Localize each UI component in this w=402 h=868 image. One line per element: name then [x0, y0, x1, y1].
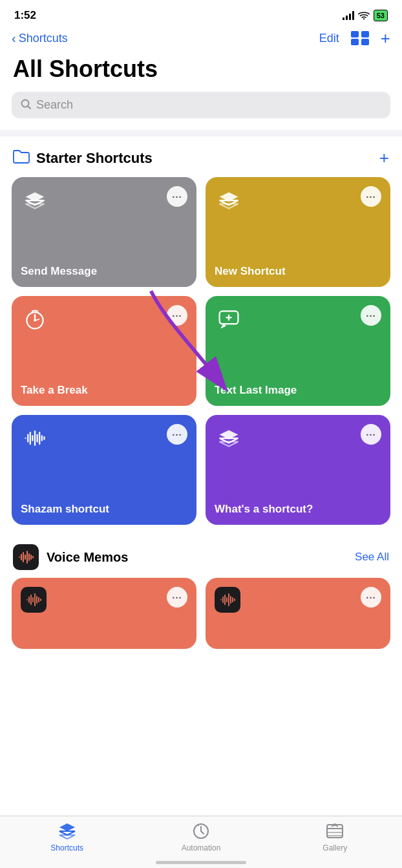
card-top: ···: [215, 186, 381, 215]
voice-memos-app-icon: [13, 544, 39, 570]
card-more-button[interactable]: ···: [361, 305, 381, 326]
shortcuts-tab-icon: [58, 821, 77, 841]
back-button[interactable]: ‹ Shortcuts: [12, 31, 68, 46]
search-icon: [21, 99, 31, 112]
signal-icon: [343, 11, 354, 20]
search-placeholder: Search: [36, 98, 73, 112]
card-more-button[interactable]: ···: [167, 186, 187, 207]
back-chevron-icon: ‹: [12, 31, 16, 46]
voice-memo-card-2[interactable]: ···: [206, 578, 390, 649]
card-more-button[interactable]: ···: [361, 587, 381, 608]
message-plus-icon: [215, 305, 243, 333]
starter-shortcuts-title: Starter Shortcuts: [36, 150, 153, 167]
automation-tab-icon: [191, 821, 211, 841]
folder-icon: [13, 149, 30, 167]
back-label: Shortcuts: [19, 32, 68, 45]
card-top: ···: [215, 305, 381, 333]
card-top: ···: [215, 424, 381, 452]
add-shortcut-button[interactable]: +: [381, 30, 390, 47]
timer-icon: [21, 305, 49, 333]
automation-tab-label: Automation: [182, 843, 221, 852]
card-more-button[interactable]: ···: [361, 186, 381, 207]
card-label: Shazam shortcut: [21, 503, 187, 516]
voice-memos-left: Voice Memos: [13, 544, 128, 570]
svg-marker-9: [26, 204, 45, 208]
svg-point-0: [363, 18, 365, 19]
voice-memo-card-1[interactable]: ···: [12, 578, 196, 649]
voice-memo-top: ···: [215, 587, 381, 613]
voice-memo-app-icon: [21, 587, 47, 613]
shortcuts-tab-label: Shortcuts: [50, 843, 83, 852]
svg-rect-2: [361, 31, 369, 37]
card-label: Text Last Image: [215, 384, 381, 397]
tab-automation[interactable]: Automation: [175, 821, 227, 852]
gallery-tab-label: Gallery: [323, 843, 347, 852]
shortcut-card-send-message[interactable]: ··· Send Message: [12, 177, 196, 287]
shortcuts-grid: ··· Send Message ··· New Shortcut: [0, 177, 402, 534]
svg-point-65: [333, 823, 336, 826]
card-label: New Shortcut: [215, 265, 381, 278]
search-bar[interactable]: Search: [12, 92, 390, 118]
svg-line-6: [28, 106, 30, 109]
voice-memos-grid: ··· ···: [0, 578, 402, 658]
card-label: Send Message: [21, 265, 187, 278]
section-divider: [0, 130, 402, 136]
svg-rect-4: [361, 39, 369, 45]
see-all-button[interactable]: See All: [355, 551, 389, 564]
svg-marker-32: [220, 441, 238, 446]
card-more-button[interactable]: ···: [167, 587, 187, 608]
card-label: What's a shortcut?: [215, 503, 381, 516]
svg-rect-3: [351, 39, 359, 45]
shortcut-card-take-a-break[interactable]: ··· Take a Break: [12, 296, 196, 406]
home-indicator: [156, 861, 246, 864]
section-header-left: Starter Shortcuts: [13, 149, 153, 167]
card-top: ···: [21, 305, 187, 333]
card-more-button[interactable]: ···: [361, 424, 381, 445]
grid-view-icon[interactable]: [351, 31, 369, 45]
edit-button[interactable]: Edit: [319, 32, 339, 45]
tab-bar: Shortcuts Automation Gallery: [0, 816, 402, 868]
shortcut-card-whats-a-shortcut[interactable]: ··· What's a shortcut?: [206, 415, 390, 525]
card-more-button[interactable]: ···: [167, 305, 187, 326]
status-time: 1:52: [14, 9, 36, 22]
svg-rect-1: [351, 31, 359, 37]
card-top: ···: [21, 424, 187, 452]
battery-indicator: 53: [374, 10, 388, 21]
shortcut-card-shazam[interactable]: ··· Shazam shortcut: [12, 415, 196, 525]
card-top: ···: [21, 186, 187, 215]
shortcut-card-text-last-image[interactable]: ··· Text Last Image: [206, 296, 390, 406]
nav-bar: ‹ Shortcuts Edit +: [0, 27, 402, 52]
layers-icon: [215, 186, 243, 215]
starter-shortcuts-header: Starter Shortcuts +: [0, 136, 402, 177]
status-bar: 1:52 53: [0, 0, 402, 27]
svg-point-16: [34, 319, 36, 322]
status-icons: 53: [343, 10, 388, 21]
tab-gallery[interactable]: Gallery: [309, 821, 361, 852]
nav-right-actions: Edit +: [319, 30, 390, 47]
gallery-tab-icon: [325, 821, 344, 841]
wifi-icon: [358, 11, 370, 20]
svg-marker-59: [59, 835, 75, 839]
svg-marker-57: [59, 823, 75, 831]
card-more-button[interactable]: ···: [167, 424, 187, 445]
layers-icon: [21, 186, 49, 215]
card-label: Take a Break: [21, 384, 187, 397]
svg-marker-12: [220, 204, 238, 208]
waveform-icon: [21, 424, 49, 452]
voice-memos-header: Voice Memos See All: [0, 534, 402, 578]
page-title: All Shortcuts: [0, 52, 402, 92]
search-container: Search: [0, 92, 402, 130]
layers-icon: [215, 424, 243, 452]
voice-memos-title: Voice Memos: [47, 550, 128, 565]
voice-memo-app-icon: [215, 587, 240, 613]
shortcut-card-new-shortcut[interactable]: ··· New Shortcut: [206, 177, 390, 287]
add-to-section-button[interactable]: +: [379, 148, 389, 168]
voice-memo-top: ···: [21, 587, 187, 613]
tab-shortcuts[interactable]: Shortcuts: [41, 821, 93, 852]
